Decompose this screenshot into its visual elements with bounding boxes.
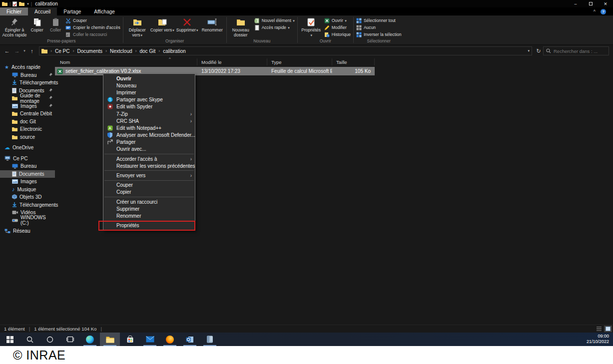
- rename-button[interactable]: Renommer: [200, 16, 225, 33]
- paste-shortcut-button[interactable]: Coller le raccourci: [64, 31, 121, 37]
- help-icon[interactable]: ?: [601, 9, 606, 14]
- sidebar-item-bureau-qa[interactable]: Bureau: [0, 71, 55, 79]
- sidebar-item-doc-git[interactable]: doc Git: [0, 118, 55, 126]
- sidebar-item-onedrive[interactable]: ☁OneDrive: [0, 144, 55, 152]
- restore-button[interactable]: [583, 0, 598, 7]
- menu-item-restaurer-versions[interactable]: Restaurer les versions précédentes: [103, 162, 195, 169]
- menu-item-imprimer[interactable]: Imprimer: [103, 89, 195, 96]
- file-explorer-button[interactable]: [100, 333, 120, 346]
- sidebar-item-musique[interactable]: ♪Musique: [0, 186, 55, 194]
- crumb-calibration[interactable]: calibration: [163, 48, 186, 54]
- menu-item-7zip[interactable]: 7-Zip›: [103, 110, 195, 117]
- paste-button[interactable]: Coller: [46, 16, 64, 33]
- task-view-button[interactable]: [60, 333, 80, 346]
- menu-item-defender[interactable]: Analyser avec Microsoft Defender...: [103, 132, 195, 139]
- open-button[interactable]: Ouvrir ▾: [323, 17, 352, 23]
- onenote-button[interactable]: [200, 333, 220, 346]
- sidebar-item-telechargements-qa[interactable]: Téléchargements: [0, 79, 55, 87]
- sidebar-item-bureau[interactable]: Bureau: [0, 162, 55, 170]
- mail-button[interactable]: [140, 333, 160, 346]
- edge-button[interactable]: [80, 333, 100, 346]
- forward-button[interactable]: →: [12, 48, 22, 54]
- tab-fichier[interactable]: Fichier: [0, 7, 28, 15]
- start-button[interactable]: [0, 333, 20, 346]
- taskbar-clock[interactable]: 09:00 21/10/2022: [583, 333, 613, 346]
- sidebar-item-documents[interactable]: Documents: [0, 170, 55, 178]
- pin-to-quick-access-button[interactable]: Épingler à Accès rapide: [1, 16, 27, 38]
- quick-access-button[interactable]: Accès rapide ▾: [253, 24, 296, 30]
- sidebar-item-ce-pc[interactable]: Ce PC: [0, 155, 55, 163]
- properties-quick-icon[interactable]: [12, 1, 17, 6]
- new-item-button[interactable]: Nouvel élément ▾: [253, 17, 296, 23]
- close-button[interactable]: ✕: [598, 0, 613, 7]
- sidebar-item-windows-c[interactable]: WINDOWS (C:): [0, 217, 55, 225]
- firefox-button[interactable]: [160, 333, 180, 346]
- search-box[interactable]: [543, 46, 609, 55]
- tab-partage[interactable]: Partage: [57, 7, 87, 15]
- copy-button[interactable]: Copier: [27, 16, 46, 33]
- new-folder-button[interactable]: Nouveau dossier: [228, 16, 253, 38]
- menu-item-edit-notepadpp[interactable]: Edit with Notepad++: [103, 124, 195, 131]
- sidebar-item-images-qa[interactable]: Images: [0, 102, 55, 110]
- sidebar-item-guide-de-montage[interactable]: Guide de montage: [0, 94, 55, 102]
- crumb-doc-git[interactable]: doc Git: [140, 48, 156, 54]
- crumb-documents[interactable]: Documents: [77, 48, 102, 54]
- sort-ascending-icon[interactable]: ^: [169, 56, 171, 61]
- outlook-button[interactable]: [180, 333, 200, 346]
- menu-item-copier[interactable]: Copier: [103, 189, 195, 196]
- sidebar-item-images[interactable]: Images: [0, 178, 55, 186]
- move-to-button[interactable]: Déplacer vers▾: [125, 16, 150, 38]
- properties-button[interactable]: Propriétés▾: [299, 16, 323, 38]
- edit-button[interactable]: Modifier: [323, 24, 352, 30]
- menu-item-renommer[interactable]: Renommer: [103, 212, 195, 219]
- menu-item-partager[interactable]: Partager: [103, 139, 195, 146]
- menu-item-crc-sha[interactable]: CRC SHA›: [103, 117, 195, 124]
- menu-item-edit-spyder[interactable]: Edit with Spyder: [103, 103, 195, 110]
- sidebar-item-reseau[interactable]: Réseau: [0, 227, 55, 235]
- column-header-taille[interactable]: Taille: [332, 58, 375, 65]
- delete-button[interactable]: Supprimer▾: [175, 16, 200, 33]
- search-input[interactable]: [554, 48, 606, 54]
- menu-item-envoyer-vers[interactable]: Envoyer vers›: [103, 172, 195, 179]
- invert-selection-button[interactable]: Inverser la sélection: [355, 31, 403, 37]
- customize-toolbar-chevron[interactable]: ▾: [27, 2, 29, 6]
- sidebar-item-objets-3d[interactable]: Objets 3D: [0, 193, 55, 201]
- menu-item-proprietes[interactable]: Propriétés: [103, 222, 195, 229]
- collapse-ribbon-icon[interactable]: ^: [594, 9, 596, 14]
- column-header-modifie[interactable]: Modifié le: [197, 58, 267, 65]
- sidebar-item-source[interactable]: source: [0, 133, 55, 141]
- select-none-button[interactable]: Aucun: [355, 24, 403, 30]
- menu-item-creer-raccourci[interactable]: Créer un raccourci: [103, 198, 195, 205]
- copy-to-button[interactable]: Copier vers▾: [150, 16, 175, 33]
- cut-button[interactable]: Couper: [64, 17, 121, 23]
- menu-item-supprimer[interactable]: Supprimer: [103, 205, 195, 212]
- column-header-type[interactable]: Type: [267, 58, 332, 65]
- address-dropdown-chevron[interactable]: ▾: [528, 49, 530, 53]
- history-button[interactable]: Historique: [323, 31, 352, 37]
- menu-item-nouveau[interactable]: Nouveau: [103, 82, 195, 89]
- taskbar-search-button[interactable]: [20, 333, 40, 346]
- thumbnails-view-button[interactable]: [604, 326, 612, 332]
- back-button[interactable]: ←: [2, 48, 12, 54]
- up-button[interactable]: ↑: [27, 48, 37, 54]
- tab-affichage[interactable]: Affichage: [87, 7, 121, 15]
- copy-path-button[interactable]: Copier le chemin d'accès: [64, 24, 121, 30]
- history-chevron[interactable]: ▾: [22, 49, 27, 53]
- tab-accueil[interactable]: Accueil: [28, 7, 57, 15]
- sidebar-item-centrale-debit[interactable]: Centrale Débit: [0, 110, 55, 118]
- minimize-button[interactable]: –: [568, 0, 583, 7]
- store-button[interactable]: [120, 333, 140, 346]
- sidebar-item-telechargements[interactable]: Téléchargements: [0, 201, 55, 209]
- column-header-nom[interactable]: Nom^: [55, 58, 197, 65]
- new-folder-quick-icon[interactable]: [19, 1, 24, 6]
- crumb-nextcloud[interactable]: Nextcloud: [110, 48, 132, 54]
- menu-item-ouvrir[interactable]: Ouvrir: [103, 75, 195, 82]
- details-view-button[interactable]: [595, 326, 603, 332]
- sidebar-item-electronic[interactable]: Electronic: [0, 125, 55, 133]
- menu-item-partager-skype[interactable]: Partager avec Skype: [103, 96, 195, 103]
- select-all-button[interactable]: Sélectionner tout: [355, 17, 403, 23]
- menu-item-accorder-acces[interactable]: Accorder l'accès à›: [103, 155, 195, 162]
- sidebar-item-quick-access[interactable]: ★Accès rapide: [0, 63, 55, 71]
- menu-item-ouvrir-avec[interactable]: Ouvrir avec...: [103, 146, 195, 153]
- menu-item-couper[interactable]: Couper: [103, 182, 195, 189]
